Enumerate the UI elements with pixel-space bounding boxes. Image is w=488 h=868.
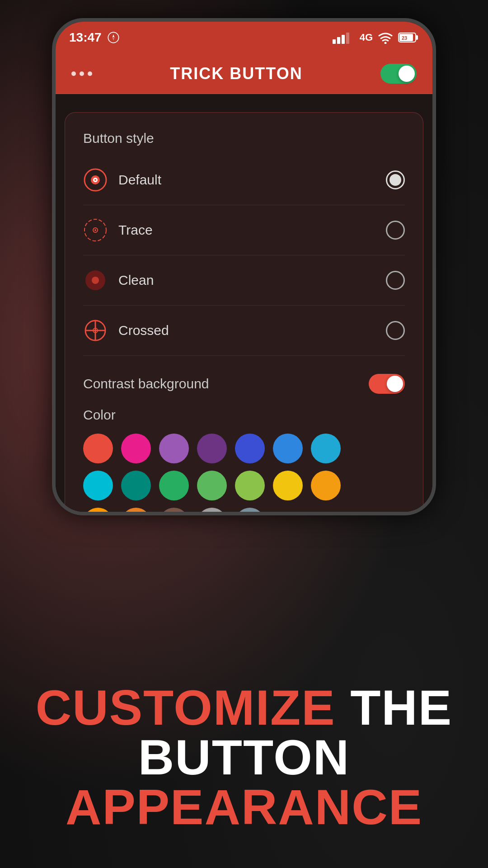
dot2 — [80, 71, 84, 76]
color-amber[interactable] — [311, 471, 341, 500]
svg-rect-3 — [333, 39, 336, 44]
svg-rect-6 — [346, 33, 349, 44]
color-green[interactable] — [159, 471, 189, 500]
style-option-default[interactable]: Default — [83, 160, 405, 200]
app-header: TRICK BUTTON — [56, 53, 432, 94]
button-text: BUTTON — [138, 729, 350, 785]
time-display: 13:47 — [69, 30, 102, 45]
default-style-icon — [83, 168, 108, 192]
dot1 — [71, 71, 76, 76]
color-cyan[interactable] — [83, 471, 113, 500]
crossed-style-icon — [83, 318, 108, 343]
clean-style-icon — [83, 268, 108, 292]
contrast-label: Contrast background — [83, 376, 209, 392]
button-style-title: Button style — [83, 131, 405, 146]
dot3 — [88, 71, 92, 76]
default-label: Default — [118, 172, 161, 188]
color-blue-grey[interactable] — [235, 508, 265, 515]
bottom-line2: BUTTON APPEARANCE — [27, 732, 461, 832]
color-grey[interactable] — [197, 508, 227, 515]
the-text: THE — [350, 679, 452, 735]
contrast-toggle[interactable] — [369, 374, 405, 394]
svg-rect-9 — [416, 35, 418, 40]
svg-point-18 — [94, 229, 96, 231]
style-option-clean[interactable]: Clean — [83, 260, 405, 301]
svg-point-7 — [385, 42, 387, 44]
color-grid — [83, 434, 405, 515]
network-icon — [333, 31, 355, 44]
main-toggle[interactable] — [380, 64, 417, 84]
svg-point-0 — [108, 32, 118, 42]
app-title: TRICK BUTTON — [170, 64, 302, 83]
status-icons: 4G 23 — [333, 31, 419, 44]
compass-icon — [107, 31, 120, 44]
color-purple-dark[interactable] — [197, 434, 227, 463]
style-option-default-left: Default — [83, 168, 161, 192]
divider2 — [83, 255, 405, 255]
color-lime[interactable] — [235, 471, 265, 500]
battery-icon: 23 — [398, 31, 419, 44]
color-teal[interactable] — [121, 471, 151, 500]
default-radio-inner — [389, 174, 401, 186]
contrast-toggle-thumb — [387, 376, 403, 392]
appearance-text: APPEARANCE — [66, 779, 422, 835]
style-option-crossed-left: Crossed — [83, 318, 169, 343]
svg-marker-1 — [112, 34, 114, 38]
color-purple-light[interactable] — [159, 434, 189, 463]
bottom-text: CUSTOMIZE THE BUTTON APPEARANCE — [0, 683, 488, 832]
customize-text: CUSTOMIZE — [36, 679, 336, 735]
contrast-row: Contrast background — [83, 360, 405, 403]
color-deep-orange[interactable] — [121, 508, 151, 515]
svg-point-15 — [94, 179, 96, 181]
default-radio[interactable] — [386, 170, 405, 189]
trace-radio[interactable] — [386, 221, 405, 240]
crossed-radio[interactable] — [386, 321, 405, 340]
svg-text:23: 23 — [402, 35, 407, 41]
network-label: 4G — [360, 32, 373, 43]
crossed-label: Crossed — [118, 323, 169, 338]
clean-label: Clean — [118, 273, 154, 288]
trace-label: Trace — [118, 222, 153, 238]
color-blue[interactable] — [273, 434, 303, 463]
color-green-light[interactable] — [197, 471, 227, 500]
trace-style-icon — [83, 218, 108, 242]
status-time: 13:47 — [69, 30, 120, 45]
svg-marker-2 — [112, 38, 114, 41]
divider3 — [83, 305, 405, 306]
style-option-crossed[interactable]: Crossed — [83, 310, 405, 351]
color-orange[interactable] — [83, 508, 113, 515]
color-row-1 — [83, 434, 405, 463]
color-section: Color — [83, 403, 405, 515]
bottom-line1: CUSTOMIZE THE — [27, 683, 461, 732]
settings-card: Button style Default — [65, 112, 423, 515]
svg-rect-5 — [342, 35, 345, 44]
color-row-3 — [83, 508, 405, 515]
status-bar: 13:47 4G — [56, 22, 432, 53]
color-brown[interactable] — [159, 508, 189, 515]
style-option-trace[interactable]: Trace — [83, 210, 405, 250]
wifi-icon — [377, 31, 394, 44]
color-pink[interactable] — [121, 434, 151, 463]
clean-radio[interactable] — [386, 271, 405, 290]
phone-content: Button style Default — [56, 94, 432, 512]
svg-rect-4 — [337, 37, 340, 44]
color-title: Color — [83, 407, 405, 423]
color-yellow[interactable] — [273, 471, 303, 500]
color-row-2 — [83, 471, 405, 500]
phone-frame: 13:47 4G — [52, 18, 436, 515]
style-option-clean-left: Clean — [83, 268, 154, 292]
toggle-thumb — [399, 66, 415, 82]
more-options-button[interactable] — [71, 71, 92, 76]
divider4 — [83, 355, 405, 356]
color-indigo[interactable] — [235, 434, 265, 463]
svg-point-20 — [92, 277, 99, 284]
color-red[interactable] — [83, 434, 113, 463]
style-option-trace-left: Trace — [83, 218, 153, 242]
divider1 — [83, 205, 405, 205]
color-sky[interactable] — [311, 434, 341, 463]
